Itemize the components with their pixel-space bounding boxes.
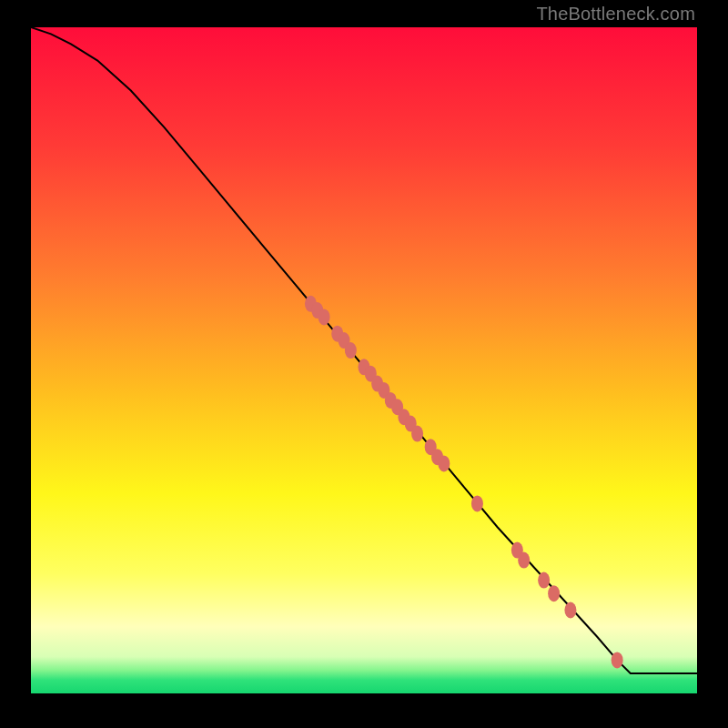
chart-marker	[438, 455, 450, 471]
chart-marker	[471, 495, 483, 511]
chart-marker	[411, 426, 423, 442]
chart-marker	[612, 652, 623, 668]
chart-marker	[318, 308, 330, 325]
watermark-text: TheBottleneck.com	[536, 4, 695, 25]
chart-marker	[538, 572, 550, 589]
chart-svg	[31, 27, 697, 693]
chart-marker	[548, 585, 560, 602]
chart-marker	[345, 342, 357, 359]
chart-marker	[518, 552, 530, 569]
chart-marker	[564, 602, 576, 619]
chart-area	[31, 27, 697, 693]
